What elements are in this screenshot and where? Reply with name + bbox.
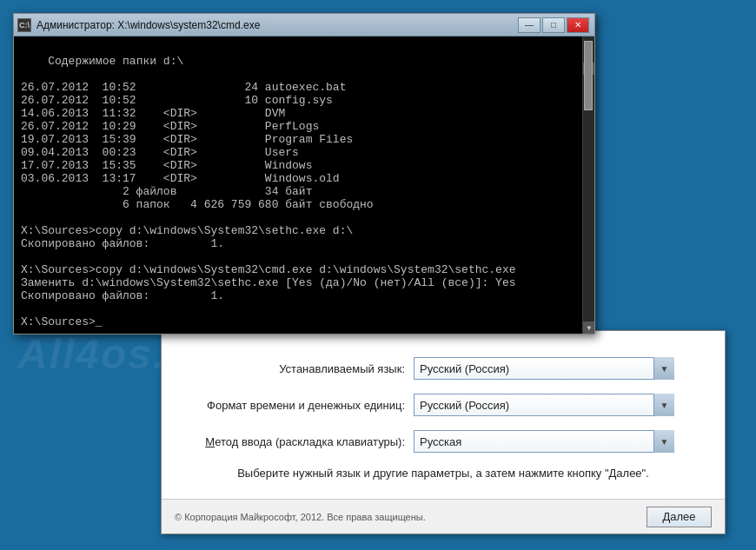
keyboard-label-underline: М (205, 435, 215, 448)
cmd-body[interactable]: Содержимое папки d:\ 26.07.2012 10:52 24… (14, 36, 594, 334)
cmd-controls: — □ ✕ (518, 17, 589, 33)
setup-form: Устанавливаемый язык: Русский (Россия) ▼… (162, 331, 725, 497)
cmd-scroll-thumb[interactable] (584, 41, 593, 110)
setup-dialog: Устанавливаемый язык: Русский (Россия) ▼… (161, 330, 726, 534)
time-format-label: Формат времени и денежных единиц: (196, 399, 414, 412)
cmd-content: Содержимое папки d:\ 26.07.2012 10:52 24… (21, 55, 516, 328)
time-format-row: Формат времени и денежных единиц: Русски… (196, 394, 690, 416)
time-format-select-wrapper: Русский (Россия) ▼ (414, 394, 674, 416)
setup-hint: Выберите нужный язык и другие параметры,… (196, 467, 690, 480)
language-select[interactable]: Русский (Россия) (414, 357, 674, 380)
keyboard-select[interactable]: Русская (414, 430, 674, 453)
keyboard-row: Метод ввода (раскладка клавиатуры): Русс… (196, 430, 690, 453)
cmd-titlebar: C:\ Администратор: X:\windows\system32\c… (14, 14, 594, 36)
cmd-scroll-down-icon[interactable]: ▼ (583, 321, 594, 334)
language-label: Устанавливаемый язык: (196, 362, 414, 375)
cmd-minimize-button[interactable]: — (518, 17, 540, 33)
language-select-wrapper: Русский (Россия) ▼ (414, 357, 674, 380)
keyboard-select-wrapper: Русская ▼ (414, 430, 674, 453)
next-button[interactable]: Далее (647, 507, 712, 527)
cmd-titlebar-left: C:\ Администратор: X:\windows\system32\c… (17, 18, 260, 32)
cmd-window: C:\ Администратор: X:\windows\system32\c… (13, 13, 595, 335)
time-format-select[interactable]: Русский (Россия) (414, 394, 674, 416)
cmd-app-icon: C:\ (17, 18, 31, 32)
keyboard-label: Метод ввода (раскладка клавиатуры): (196, 435, 414, 448)
cmd-scrollbar[interactable]: ▲ ▼ (582, 36, 594, 334)
setup-footer: © Корпорация Майкрософт, 2012. Все права… (162, 499, 725, 533)
cmd-close-button[interactable]: ✕ (567, 17, 589, 33)
copyright-text: © Корпорация Майкрософт, 2012. Все права… (175, 512, 426, 522)
cmd-maximize-button[interactable]: □ (542, 17, 565, 33)
cmd-title-text: Администратор: X:\windows\system32\cmd.e… (36, 19, 260, 31)
language-row: Устанавливаемый язык: Русский (Россия) ▼ (196, 357, 690, 380)
